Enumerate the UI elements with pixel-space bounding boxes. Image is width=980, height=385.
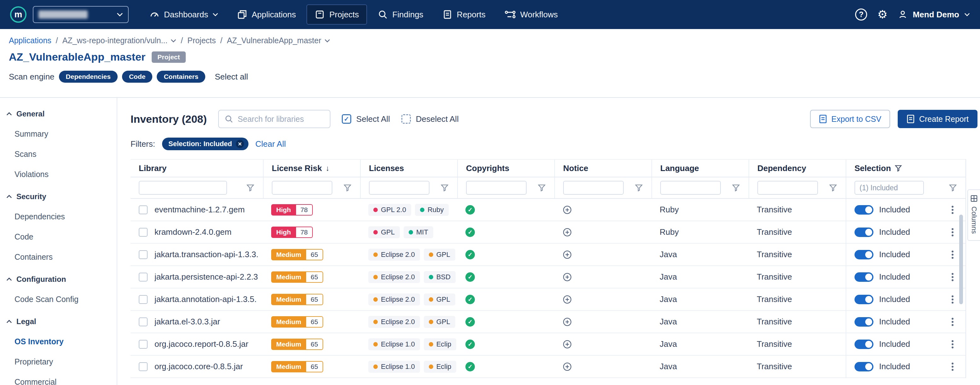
search-input[interactable] bbox=[238, 115, 324, 124]
inclusion-toggle[interactable] bbox=[854, 362, 873, 371]
license-chip[interactable]: GPL bbox=[424, 249, 455, 260]
filter-chip-selection-included[interactable]: Selection: Included ✕ bbox=[162, 137, 248, 150]
nav-dashboards[interactable]: Dashboards bbox=[141, 5, 226, 25]
row-checkbox[interactable] bbox=[139, 318, 148, 326]
clear-all-filters-link[interactable]: Clear All bbox=[255, 139, 286, 149]
breadcrumb-applications[interactable]: Applications bbox=[9, 36, 51, 45]
help-icon[interactable]: ? bbox=[855, 8, 867, 21]
nav-findings[interactable]: Findings bbox=[369, 5, 431, 25]
funnel-icon[interactable] bbox=[441, 184, 449, 192]
funnel-icon[interactable] bbox=[635, 184, 643, 192]
row-checkbox[interactable] bbox=[139, 228, 148, 237]
license-chip[interactable]: Eclipse 1.0 bbox=[368, 361, 420, 373]
nav-applications[interactable]: Applications bbox=[229, 5, 304, 25]
licenses-filter-input[interactable] bbox=[369, 181, 430, 195]
inclusion-toggle[interactable] bbox=[854, 317, 873, 327]
col-license-risk[interactable]: License Risk↓ bbox=[263, 160, 360, 177]
breadcrumb-application-selector[interactable]: AZ_ws-repo-integration/vuln... bbox=[62, 36, 176, 45]
inclusion-toggle[interactable] bbox=[854, 250, 873, 259]
row-checkbox[interactable] bbox=[139, 205, 148, 214]
col-licenses[interactable]: Licenses bbox=[360, 160, 457, 177]
row-menu-kebab-icon[interactable] bbox=[950, 315, 955, 329]
selection-filter-input[interactable] bbox=[854, 181, 924, 195]
license-chip[interactable]: Ruby bbox=[415, 204, 449, 216]
license-chip[interactable]: GPL bbox=[424, 316, 455, 328]
breadcrumb-project-selector[interactable]: AZ_VulnerableApp_master bbox=[227, 36, 330, 45]
notice-add-icon[interactable] bbox=[563, 227, 572, 237]
library-filter-input[interactable] bbox=[139, 181, 227, 195]
table-scrollbar[interactable] bbox=[959, 215, 963, 304]
sidebar-item-violations[interactable]: Violations bbox=[0, 164, 117, 184]
license-chip[interactable]: Eclipse 2.0 bbox=[368, 316, 420, 328]
columns-panel-tab[interactable]: Columns bbox=[967, 189, 980, 241]
license-chip[interactable]: BSD bbox=[424, 271, 456, 283]
deselect-all-button[interactable]: Deselect All bbox=[401, 114, 459, 124]
sidebar-item-code-scan-config[interactable]: Code Scan Config bbox=[0, 289, 117, 309]
notice-add-icon[interactable] bbox=[563, 317, 572, 327]
notice-filter-input[interactable] bbox=[563, 181, 624, 195]
sidebar-item-summary[interactable]: Summary bbox=[0, 124, 117, 144]
row-checkbox[interactable] bbox=[139, 295, 148, 304]
row-checkbox[interactable] bbox=[139, 340, 148, 349]
row-menu-kebab-icon[interactable] bbox=[950, 337, 955, 351]
export-csv-button[interactable]: Export to CSV bbox=[810, 110, 890, 128]
col-language[interactable]: Language bbox=[651, 160, 749, 177]
sidebar-item-commercial[interactable]: Commercial bbox=[0, 372, 117, 385]
notice-add-icon[interactable] bbox=[563, 250, 572, 259]
engine-pill-containers[interactable]: Containers bbox=[157, 71, 205, 83]
language-filter-input[interactable] bbox=[660, 181, 721, 195]
row-menu-kebab-icon[interactable] bbox=[950, 359, 955, 374]
row-checkbox[interactable] bbox=[139, 250, 148, 259]
license-risk-filter-input[interactable] bbox=[272, 181, 332, 195]
copyrights-filter-input[interactable] bbox=[466, 181, 527, 195]
col-notice[interactable]: Notice bbox=[554, 160, 651, 177]
nav-reports[interactable]: Reports bbox=[434, 5, 494, 25]
sidebar-header-general[interactable]: General bbox=[0, 104, 117, 124]
org-select-dropdown[interactable] bbox=[33, 6, 129, 23]
sidebar-item-dependencies[interactable]: Dependencies bbox=[0, 206, 117, 227]
row-menu-kebab-icon[interactable] bbox=[950, 248, 955, 262]
inclusion-toggle[interactable] bbox=[854, 227, 873, 237]
col-selection[interactable]: Selection bbox=[846, 160, 966, 177]
engine-pill-dependencies[interactable]: Dependencies bbox=[59, 71, 118, 83]
col-library[interactable]: Library bbox=[130, 160, 263, 177]
remove-filter-icon[interactable]: ✕ bbox=[236, 140, 244, 148]
sidebar-item-proprietary[interactable]: Proprietary bbox=[0, 351, 117, 372]
sidebar-item-os-inventory[interactable]: OS Inventory bbox=[0, 331, 117, 351]
funnel-icon[interactable] bbox=[949, 184, 957, 192]
breadcrumb-projects[interactable]: Projects bbox=[187, 36, 216, 45]
license-chip[interactable]: Eclip bbox=[424, 338, 457, 350]
sidebar-item-scans[interactable]: Scans bbox=[0, 144, 117, 164]
row-menu-kebab-icon[interactable] bbox=[950, 270, 955, 284]
inclusion-toggle[interactable] bbox=[854, 272, 873, 282]
inclusion-toggle[interactable] bbox=[854, 205, 873, 215]
sidebar-header-legal[interactable]: Legal bbox=[0, 312, 117, 331]
inclusion-toggle[interactable] bbox=[854, 295, 873, 304]
license-chip[interactable]: GPL bbox=[424, 294, 455, 305]
license-chip[interactable]: Eclipse 1.0 bbox=[368, 338, 420, 350]
license-chip[interactable]: Eclip bbox=[424, 361, 457, 373]
nav-projects[interactable]: Projects bbox=[307, 5, 367, 25]
inclusion-toggle[interactable] bbox=[854, 340, 873, 349]
notice-add-icon[interactable] bbox=[563, 362, 572, 371]
row-menu-kebab-icon[interactable] bbox=[950, 225, 955, 240]
sidebar-item-containers[interactable]: Containers bbox=[0, 247, 117, 267]
sidebar-item-code[interactable]: Code bbox=[0, 227, 117, 247]
license-chip[interactable]: Eclipse 2.0 bbox=[368, 271, 420, 283]
funnel-icon[interactable] bbox=[538, 184, 546, 192]
dependency-filter-input[interactable] bbox=[757, 181, 818, 195]
notice-add-icon[interactable] bbox=[563, 295, 572, 304]
engine-pill-code[interactable]: Code bbox=[122, 71, 153, 83]
row-menu-kebab-icon[interactable] bbox=[950, 292, 955, 307]
col-copyrights[interactable]: Copyrights bbox=[457, 160, 554, 177]
notice-add-icon[interactable] bbox=[563, 340, 572, 349]
settings-gear-icon[interactable]: ⚙ bbox=[877, 9, 887, 20]
license-chip[interactable]: Eclipse 2.0 bbox=[368, 249, 420, 260]
funnel-icon[interactable] bbox=[247, 184, 254, 192]
license-chip[interactable]: GPL bbox=[368, 226, 400, 238]
license-chip[interactable]: Eclipse 2.0 bbox=[368, 294, 420, 305]
license-chip[interactable]: MIT bbox=[404, 226, 433, 238]
scan-select-all-link[interactable]: Select all bbox=[215, 72, 248, 82]
license-chip[interactable]: GPL 2.0 bbox=[368, 204, 411, 216]
row-checkbox[interactable] bbox=[139, 362, 148, 371]
